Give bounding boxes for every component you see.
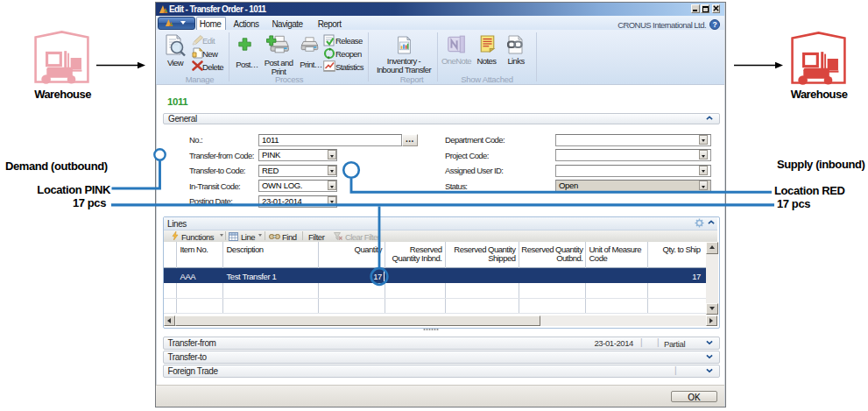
svg-text:?: ? [712, 20, 716, 29]
